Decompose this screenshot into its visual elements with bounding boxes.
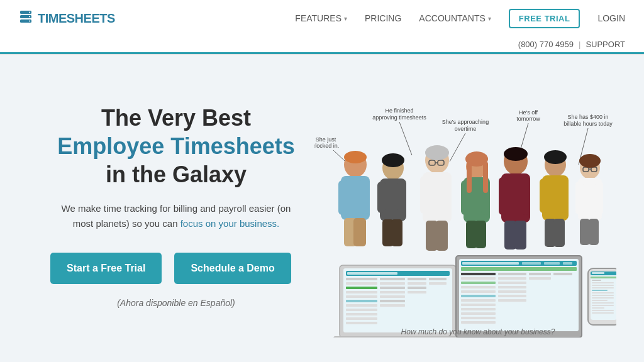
svg-rect-26 xyxy=(353,218,366,246)
svg-rect-116 xyxy=(461,273,496,275)
svg-text:She just: She just xyxy=(316,136,336,143)
svg-rect-119 xyxy=(553,273,572,275)
svg-rect-157 xyxy=(592,310,614,311)
hero-illustration: She just clocked in. He finished approvi… xyxy=(314,74,616,337)
svg-rect-105 xyxy=(346,322,377,324)
svg-rect-121 xyxy=(498,277,526,280)
logo-icon xyxy=(19,9,33,27)
svg-rect-132 xyxy=(498,299,526,302)
svg-point-27 xyxy=(344,151,367,163)
svg-rect-124 xyxy=(498,282,526,284)
svg-rect-98 xyxy=(346,300,377,302)
logo[interactable]: TIMESHEETS xyxy=(19,9,115,27)
free-trial-button[interactable]: FREE TRIAL xyxy=(509,9,580,28)
svg-rect-40 xyxy=(436,221,448,251)
svg-rect-66 xyxy=(553,219,565,247)
svg-rect-63 xyxy=(540,178,548,213)
main-nav: TIMESHEETS FEATURES ▾ PRICING ACCOUNTANT… xyxy=(0,0,644,55)
svg-rect-87 xyxy=(380,282,405,285)
svg-rect-38 xyxy=(442,176,452,214)
svg-rect-144 xyxy=(591,277,616,278)
svg-rect-33 xyxy=(391,219,402,246)
svg-rect-137 xyxy=(461,321,496,324)
svg-point-60 xyxy=(504,147,528,161)
nav-secondary: (800) 770 4959 | SUPPORT xyxy=(0,36,644,54)
svg-rect-128 xyxy=(498,290,526,293)
nav-accountants[interactable]: ACCOUNTANTS ▾ xyxy=(419,13,491,23)
svg-rect-82 xyxy=(346,278,377,280)
svg-point-4 xyxy=(29,16,30,18)
svg-rect-112 xyxy=(522,262,541,265)
svg-rect-90 xyxy=(346,287,377,289)
svg-rect-89 xyxy=(429,282,447,285)
nav-features[interactable]: FEATURES ▾ xyxy=(295,13,347,23)
svg-point-3 xyxy=(29,12,30,13)
svg-rect-52 xyxy=(467,162,472,193)
chevron-down-icon: ▾ xyxy=(344,15,347,22)
svg-text:tomorrow: tomorrow xyxy=(516,116,540,122)
svg-line-14 xyxy=(450,133,465,162)
start-trial-button[interactable]: Start a Free Trial xyxy=(50,253,162,284)
svg-rect-122 xyxy=(529,277,551,280)
svg-rect-24 xyxy=(360,179,370,214)
svg-rect-73 xyxy=(589,219,599,245)
svg-rect-154 xyxy=(592,302,614,304)
svg-rect-120 xyxy=(461,277,496,280)
svg-rect-70 xyxy=(575,182,584,214)
svg-rect-100 xyxy=(346,304,377,307)
svg-text:clocked in.: clocked in. xyxy=(314,143,339,149)
svg-rect-81 xyxy=(347,272,397,275)
svg-rect-106 xyxy=(333,336,462,337)
svg-point-34 xyxy=(382,153,404,167)
svg-rect-146 xyxy=(592,282,614,283)
phone-number: (800) 770 4959 xyxy=(518,40,574,49)
svg-rect-56 xyxy=(499,177,508,215)
svg-rect-149 xyxy=(592,290,608,291)
svg-rect-156 xyxy=(592,307,604,309)
svg-rect-136 xyxy=(461,317,496,319)
logo-text: TIMESHEETS xyxy=(38,11,115,26)
svg-rect-104 xyxy=(346,317,377,320)
svg-rect-133 xyxy=(461,304,496,306)
svg-rect-64 xyxy=(560,178,569,213)
svg-rect-37 xyxy=(420,176,430,214)
svg-point-77 xyxy=(579,154,601,168)
svg-point-67 xyxy=(544,150,567,164)
focus-link[interactable]: focus on your business. xyxy=(180,218,280,229)
svg-rect-91 xyxy=(380,287,405,289)
svg-rect-127 xyxy=(461,290,496,293)
nav-login[interactable]: LOGIN xyxy=(597,13,625,23)
svg-rect-94 xyxy=(380,291,405,293)
svg-rect-83 xyxy=(380,278,405,280)
svg-rect-155 xyxy=(592,305,614,306)
svg-text:He's off: He's off xyxy=(519,109,538,116)
schedule-demo-button[interactable]: Schedule a Demo xyxy=(174,253,291,284)
support-link[interactable]: SUPPORT xyxy=(586,40,625,49)
svg-rect-97 xyxy=(380,295,405,298)
svg-rect-113 xyxy=(544,262,560,265)
svg-rect-111 xyxy=(462,262,519,265)
svg-rect-72 xyxy=(580,219,590,245)
svg-line-11 xyxy=(399,122,412,155)
svg-rect-126 xyxy=(498,286,526,288)
svg-rect-115 xyxy=(461,267,577,271)
svg-rect-123 xyxy=(461,282,496,284)
svg-rect-92 xyxy=(408,287,426,289)
svg-rect-118 xyxy=(529,273,551,275)
svg-rect-86 xyxy=(346,282,377,285)
svg-text:He finished: He finished xyxy=(385,107,413,114)
svg-text:She has $400 in: She has $400 in xyxy=(567,114,608,120)
nav-links: FEATURES ▾ PRICING ACCOUNTANTS ▾ FREE TR… xyxy=(295,9,625,28)
svg-text:How much do you know about you: How much do you know about your business… xyxy=(401,327,555,336)
hero-left: The Very Best Employee Timesheets in the… xyxy=(50,104,314,308)
svg-rect-53 xyxy=(483,162,488,193)
svg-text:overtime: overtime xyxy=(455,126,477,132)
svg-rect-125 xyxy=(461,286,496,288)
hero-buttons: Start a Free Trial Schedule a Demo xyxy=(50,253,302,284)
svg-rect-99 xyxy=(380,300,405,302)
svg-point-5 xyxy=(29,21,30,22)
svg-rect-131 xyxy=(461,299,496,302)
svg-rect-88 xyxy=(408,282,426,285)
nav-pricing[interactable]: PRICING xyxy=(365,13,401,23)
svg-rect-59 xyxy=(514,221,526,250)
